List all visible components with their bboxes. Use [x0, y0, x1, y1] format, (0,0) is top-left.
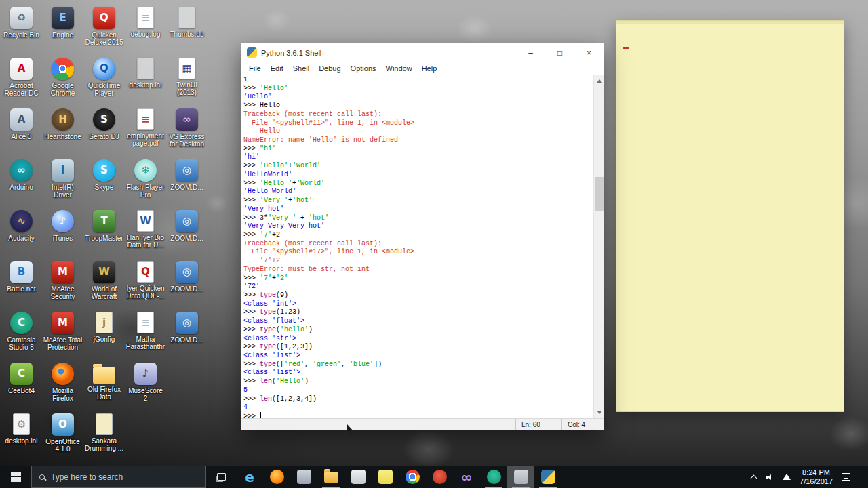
- menu-options[interactable]: Options: [346, 63, 381, 74]
- icon-column-2: EEngineGoogle ChromeHHearthstoneiIntel(R…: [43, 4, 83, 462]
- chevron-up-icon[interactable]: [751, 474, 757, 481]
- desktop-icon-zoom-d[interactable]: ◎ZOOM.D...: [167, 258, 207, 309]
- scroll-up-arrow-icon[interactable]: [594, 76, 604, 86]
- desktop-icon-itunes[interactable]: ♪iTunes: [43, 207, 83, 258]
- scroll-down-arrow-icon[interactable]: [594, 407, 604, 418]
- icon-glyph: ≡: [141, 115, 150, 125]
- desktop-icon-openoffice-4-1-0[interactable]: OOpenOffice 4.1.0: [43, 411, 83, 462]
- desktop-icon-skype[interactable]: SSkype: [84, 157, 124, 207]
- desktop-icon-label: McAfee Security Sa...: [43, 285, 83, 301]
- taskbar-edge[interactable]: e: [236, 466, 263, 488]
- taskbar-firefox[interactable]: [263, 466, 290, 488]
- vertical-scrollbar[interactable]: [593, 75, 604, 418]
- desktop-icon-vs-express-for-desktop[interactable]: ∞VS Express for Desktop: [167, 106, 207, 157]
- desktop-icon-world-of-warcraft[interactable]: WWorld of Warcraft: [84, 258, 124, 309]
- icon-glyph: ∞: [182, 115, 191, 125]
- desktop-icon-ceebot4[interactable]: CCeeBot4: [1, 360, 41, 411]
- menu-edit[interactable]: Edit: [266, 63, 288, 74]
- desktop-icon-mcafee-security-sa[interactable]: MMcAfee Security Sa...: [43, 258, 83, 309]
- desktop-icon-label: MuseScore 2: [126, 387, 165, 402]
- taskbar-recorder[interactable]: [507, 466, 534, 488]
- close-button[interactable]: ×: [574, 43, 604, 62]
- jgonfig-icon: j: [96, 312, 113, 333]
- desktop-icon-debug-log[interactable]: ≡debug.log: [125, 4, 165, 55]
- volume-icon[interactable]: [765, 473, 774, 481]
- desktop-icon-intel-r-driver-update-utili[interactable]: iIntel(R) Driver Update Utili...: [43, 157, 83, 207]
- desktop-icon-desktop-ini[interactable]: ⚙desktop.ini: [1, 411, 41, 462]
- taskbar: Type here to search e∞ 8:24 PM 7/16/2017: [0, 466, 868, 488]
- menu-window[interactable]: Window: [381, 63, 417, 74]
- taskbar-python[interactable]: [534, 466, 561, 488]
- desktop-icon-google-chrome[interactable]: Google Chrome: [43, 55, 83, 106]
- python-shell-window: Python 3.6.1 Shell – □ × FileEditShellDe…: [241, 43, 604, 430]
- desktop-icon-engine[interactable]: EEngine: [43, 4, 83, 55]
- titlebar[interactable]: Python 3.6.1 Shell – □ ×: [241, 43, 604, 62]
- python-icon: [541, 470, 555, 484]
- desktop-icon-quicken-deluxe-2015[interactable]: QQuicken Deluxe 2015: [84, 4, 124, 55]
- desktop-icon-thumbs-db[interactable]: Thumbs.db: [167, 4, 207, 55]
- desktop-icon-audacity[interactable]: ∿Audacity: [1, 207, 41, 258]
- desktop-icon-battle-net[interactable]: BBattle.net: [1, 258, 41, 309]
- menu-shell[interactable]: Shell: [288, 63, 314, 74]
- desktop[interactable]: ♻Recycle BinAAcrobat Reader DCAAlice 3∞A…: [0, 0, 868, 488]
- taskbar-file-explorer[interactable]: [317, 466, 344, 488]
- desktop-icon-mozilla-firefox[interactable]: Mozilla Firefox: [43, 360, 83, 411]
- search-box[interactable]: Type here to search: [31, 466, 206, 488]
- desktop-icon-sankara-drumming[interactable]: Sankara Drumming ...: [84, 411, 124, 462]
- desktop-icon-zoom-d[interactable]: ◎ZOOM.D...: [167, 157, 207, 207]
- mcafee-total-protection-icon: M: [52, 312, 74, 334]
- desktop-icon-twinui-2013-man[interactable]: ▦TwinUI (2013) Man...: [167, 55, 207, 106]
- shell-line: 'Hello World': [243, 188, 593, 197]
- desktop-icon-matha-parasthanthr[interactable]: ≡Matha Parasthanthr...: [125, 309, 165, 360]
- desktop-icon-camtasia-studio-8[interactable]: CCamtasia Studio 8: [1, 309, 41, 360]
- taskbar-quicken[interactable]: [426, 466, 453, 488]
- menu-file[interactable]: File: [244, 63, 266, 74]
- desktop-icon-arduino[interactable]: ∞Arduino: [1, 157, 41, 207]
- desktop-icon-label: Han Iyer Bio Data for U...: [126, 234, 165, 249]
- shell-text[interactable]: 1>>> 'Hello''Hello'>>> HelloTraceback (m…: [241, 75, 593, 418]
- taskbar-chrome[interactable]: [399, 466, 426, 488]
- desktop-icon-acrobat-reader-dc[interactable]: AAcrobat Reader DC: [1, 55, 41, 106]
- desktop-icon-zoom-d[interactable]: ◎ZOOM.D...: [167, 207, 207, 258]
- network-icon[interactable]: [783, 474, 791, 480]
- sticky-note[interactable]: [616, 20, 844, 412]
- task-view-button[interactable]: [206, 466, 236, 488]
- desktop-icon-hearthstone[interactable]: HHearthstone: [43, 106, 83, 157]
- action-center-icon[interactable]: [842, 473, 850, 481]
- start-button[interactable]: [0, 466, 31, 488]
- desktop-icon-alice-3[interactable]: AAlice 3: [1, 106, 41, 157]
- desktop-icon-serato-dj[interactable]: SSerato DJ: [84, 106, 124, 157]
- desktop-icon-musescore-2[interactable]: ♪MuseScore 2: [125, 360, 165, 411]
- taskbar-store[interactable]: [290, 466, 317, 488]
- minimize-button[interactable]: –: [516, 43, 545, 62]
- desktop-icon-desktop-ini[interactable]: desktop.ini: [125, 55, 165, 106]
- desktop-icon-recycle-bin[interactable]: ♻Recycle Bin: [1, 4, 41, 55]
- desktop-icon-zoom-d[interactable]: ◎ZOOM.D...: [167, 309, 207, 360]
- edge-icon: e: [245, 470, 254, 484]
- desktop-icon-mcafee-total-protection[interactable]: MMcAfee Total Protection: [43, 309, 83, 360]
- desktop-icon-employment-page-pdf[interactable]: ≡employment page.pdf: [125, 106, 165, 157]
- desktop-icon-old-firefox-data[interactable]: Old Firefox Data: [84, 360, 124, 411]
- desktop-icon-jgonfig[interactable]: jjGonfig: [84, 309, 124, 360]
- taskbar-camtasia[interactable]: [480, 466, 507, 488]
- taskbar-clock[interactable]: 8:24 PM 7/16/2017: [800, 468, 833, 486]
- desktop-icon-quicktime-player[interactable]: QQuickTime Player: [84, 55, 124, 106]
- taskbar-notepad[interactable]: [344, 466, 372, 488]
- desktop-icon-han-iyer-bio-data-for-u[interactable]: WHan Iyer Bio Data for U...: [125, 207, 165, 258]
- taskbar-sticky-notes[interactable]: [372, 466, 399, 488]
- scrollbar-thumb[interactable]: [595, 177, 604, 211]
- desktop-icon-troopmaster[interactable]: TTroopMaster: [84, 207, 124, 258]
- han-iyer-bio-data-for-u-icon: W: [137, 210, 154, 232]
- shell-line: >>> 'Hello '+'World': [243, 180, 593, 188]
- maximize-button[interactable]: □: [545, 43, 574, 62]
- engine-icon: E: [52, 7, 74, 29]
- menu-debug[interactable]: Debug: [314, 63, 345, 74]
- taskbar-visual-studio[interactable]: ∞: [453, 466, 480, 488]
- desktop-icon-iyer-quicken-data-qdf[interactable]: QIyer Quicken Data.QDF-...: [125, 258, 165, 309]
- desktop-icon-flash-player-pro[interactable]: ❄Flash Player Pro: [125, 157, 165, 207]
- vs-express-for-desktop-icon: ∞: [176, 108, 198, 131]
- icon-column-1: ♻Recycle BinAAcrobat Reader DCAAlice 3∞A…: [1, 4, 41, 462]
- shell-line: Traceback (most recent call last):: [243, 110, 593, 119]
- menu-help[interactable]: Help: [417, 63, 442, 74]
- desktop-icon-label: TwinUI (2013) Man...: [167, 81, 207, 97]
